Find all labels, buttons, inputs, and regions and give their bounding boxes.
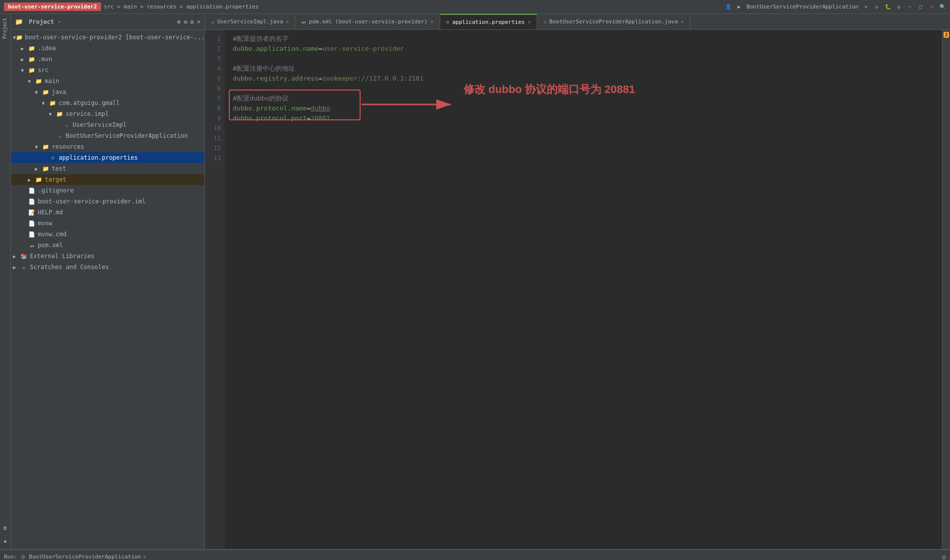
tree-item-mvn[interactable]: ▶ 📁 .mvn <box>11 54 204 65</box>
tree-item-target[interactable]: ▶ 📁 target <box>11 174 204 185</box>
tree-label-idea: .idea <box>38 45 56 52</box>
tab-label-pom: pom.xml (boot-user-service-provider) <box>309 18 427 25</box>
run-icon[interactable]: ▶ <box>736 3 743 10</box>
library-icon-extlibs: 📚 <box>20 252 28 260</box>
left-strip-icons: ≡ ★ <box>0 519 10 549</box>
tree-item-mvnw[interactable]: 📄 mvnw <box>11 218 204 229</box>
close-button[interactable]: × <box>928 3 935 10</box>
tab-close-appprops[interactable]: × <box>528 19 531 25</box>
debug-icon[interactable]: 🐛 <box>884 3 891 10</box>
tree-item-root[interactable]: ▼ 📁 boot-user-service-provider2 [boot-us… <box>11 32 204 43</box>
folder-icon-main: 📁 <box>35 77 43 85</box>
right-gutter: 2 <box>942 30 950 549</box>
tree-item-com[interactable]: ▼ 📁 com.atguigu.gmall <box>11 97 204 108</box>
prop-val-2: user-service-provider <box>322 44 404 54</box>
java-tab-icon: ☕ <box>211 18 214 25</box>
project-strip-label[interactable]: Project <box>0 14 10 43</box>
tree-item-resources[interactable]: ▼ 📁 resources <box>11 141 204 152</box>
tree-label-appprops: application.properties <box>59 154 138 161</box>
tree-item-idea[interactable]: ▶ 📁 .idea <box>11 43 204 54</box>
run-tab-close[interactable]: × <box>143 554 146 560</box>
app-name: BootUserServiceProviderApplication <box>747 3 858 10</box>
sidebar-dropdown-icon[interactable]: ▾ <box>58 19 61 24</box>
tree-item-appprops[interactable]: ⚙ application.properties <box>11 152 204 163</box>
tree-item-test[interactable]: ▶ 📁 test <box>11 163 204 174</box>
tab-pom[interactable]: 𝓂 pom.xml (boot-user-service-provider) × <box>295 14 440 30</box>
arrow-gitignore <box>21 188 28 193</box>
tree-item-iml[interactable]: 📄 boot-user-service-provider.iml <box>11 196 204 207</box>
collapse-all-icon[interactable]: ⊕ <box>177 18 181 25</box>
tab-close-userservice[interactable]: × <box>286 19 289 24</box>
prop-key-9: dubbo.protocol.port <box>233 113 307 123</box>
code-line-7: #配置dubbo的协议 <box>233 93 934 103</box>
code-line-8: dubbo.protocol.name=dubbo <box>233 103 934 113</box>
code-line-9: dubbo.protocol.port=20881 <box>233 113 934 123</box>
tree-label-resources: resources <box>52 143 84 150</box>
prop-key-2: dubbo.application.name <box>233 44 318 54</box>
favorites-icon[interactable]: ★ <box>1 536 10 545</box>
tree-item-help[interactable]: 📝 HELP.md <box>11 207 204 218</box>
arrow-mvnwcmd <box>21 232 28 237</box>
tree-item-mvnwcmd[interactable]: 📄 mvnw.cmd <box>11 229 204 240</box>
tree-item-scratches[interactable]: ▶ ✏ Scratches and Consoles <box>11 262 204 273</box>
prop-val-5: zookeeper://127.0.0.1:2181 <box>322 74 424 84</box>
tree-label-help: HELP.md <box>38 209 63 216</box>
close-sidebar-icon[interactable]: × <box>197 18 200 25</box>
tab-userservice[interactable]: ☕ UserServiceImpl.java × <box>205 14 295 30</box>
refresh-icon[interactable]: ↻ <box>873 3 880 10</box>
expand-all-icon[interactable]: ≡ <box>184 18 187 25</box>
folder-icon: 📁 <box>15 18 23 25</box>
tree-item-pom[interactable]: 𝓂 pom.xml <box>11 240 204 251</box>
tree-label-test: test <box>52 165 66 172</box>
line-numbers: 1 2 3 4 5 6 7 8 9 10 11 12 13 <box>205 30 225 549</box>
properties-icon-appprops: ⚙ <box>49 154 57 162</box>
xml-icon-pom: 𝓂 <box>28 241 36 249</box>
folder-icon-resources: 📁 <box>42 143 50 151</box>
arrow-mvnw <box>21 221 28 226</box>
tab-bootapp[interactable]: ☕ BootUserServiceProviderApplication.jav… <box>537 14 690 30</box>
console-settings-icon[interactable]: ⚙ <box>942 553 946 560</box>
run-app-icon: ⚙ <box>21 553 25 560</box>
minimize-button[interactable]: − <box>906 3 913 10</box>
tree-item-extlibs[interactable]: ▶ 📚 External Libraries <box>11 251 204 262</box>
tree-item-gitignore[interactable]: 📄 .gitignore <box>11 185 204 196</box>
maximize-button[interactable]: □ <box>917 3 924 10</box>
profile-icon[interactable]: 👤 <box>725 3 732 10</box>
comment-1: #配置提供者的名字 <box>233 34 288 44</box>
tab-close-bootapp[interactable]: × <box>681 19 684 24</box>
code-line-12 <box>233 143 934 153</box>
search-icon[interactable]: 🔍 <box>939 3 946 10</box>
tree-item-bootmain[interactable]: ☕ BootUserServiceProviderApplication <box>11 130 204 141</box>
tree-item-src[interactable]: ▼ 📁 src <box>11 65 204 76</box>
dropdown-icon[interactable]: ▾ <box>862 3 869 10</box>
java-icon-bootmain: ☕ <box>56 132 64 140</box>
structure-icon[interactable]: ≡ <box>1 523 10 532</box>
title-bar: boot-user-service-provider2 src > main >… <box>0 0 950 14</box>
arrow-test: ▶ <box>35 166 42 172</box>
sidebar-toolbar: 📁 Project ▾ ⊕ ≡ ⚙ × <box>11 14 204 30</box>
arrow-iml <box>21 199 28 204</box>
tree-label-target: target <box>45 176 66 183</box>
run-label: Run: <box>4 554 17 560</box>
tab-label-bootapp: BootUserServiceProviderApplication.java <box>550 18 678 25</box>
java-tab-icon2: ☕ <box>543 18 547 25</box>
tree-item-main[interactable]: ▼ 📁 main <box>11 76 204 87</box>
title-bar-right: 👤 ▶ BootUserServiceProviderApplication ▾… <box>725 3 946 10</box>
tree-label-extlibs: External Libraries <box>30 253 95 260</box>
tab-appprops[interactable]: ⚙ application.properties × <box>440 14 537 30</box>
coverage-icon[interactable]: ◎ <box>895 3 902 10</box>
tree-item-java[interactable]: ▼ 📁 java <box>11 87 204 97</box>
tree-label-scratches: Scratches and Consoles <box>30 264 109 271</box>
sidebar-toolbar-icons: ⊕ ≡ ⚙ × <box>177 18 200 25</box>
file-tree: ▼ 📁 boot-user-service-provider2 [boot-us… <box>11 30 204 549</box>
tab-close-pom[interactable]: × <box>431 19 434 24</box>
tree-item-userserviceimpl[interactable]: ☕ UserServiceImpl <box>11 119 204 130</box>
settings-icon[interactable]: ⚙ <box>190 18 194 25</box>
arrow-idea: ▶ <box>21 46 28 51</box>
scratches-icon: ✏ <box>20 263 28 271</box>
tabs-bar: ☕ UserServiceImpl.java × 𝓂 pom.xml (boot… <box>205 14 950 30</box>
breadcrumb: src > main > resources > application.pro… <box>104 3 259 10</box>
code-editor[interactable]: #配置提供者的名字 dubbo.application.name=user-se… <box>225 30 942 549</box>
arrow-pom <box>21 243 28 248</box>
tree-item-service-impl[interactable]: ▼ 📁 service.impl <box>11 108 204 119</box>
